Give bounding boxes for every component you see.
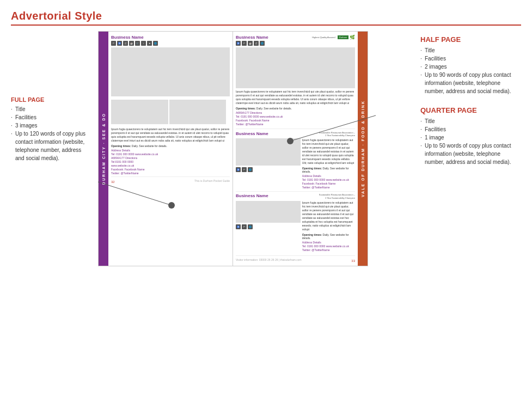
directions-full: A689/A177 Directions — [111, 156, 230, 160]
list-item: Title — [11, 105, 91, 113]
tel-q1: Tel: 0191 000 0000 www.website.co.uk — [302, 178, 355, 181]
main-image-full — [111, 47, 230, 96]
facilities-row-q1: ♿ P 🌐 — [236, 167, 301, 172]
orange-sidebar: VALE OF DURHAM · FOOD & DRINK — [358, 32, 368, 266]
opening-times-full: Opening times: Daily. See website for de… — [111, 144, 230, 148]
facility-icon: ♿ — [117, 41, 122, 46]
opening-times-q2: Opening times: Daily. See website for de… — [302, 233, 355, 240]
twitter-half: Twitter: @TwitterName — [236, 123, 355, 126]
quarter-2-cols: ♿ P 🌐 Ipsum fugia quaectorero te volupta… — [236, 199, 355, 252]
facility-icon: 🌐 — [248, 224, 253, 229]
page-left: DURHAM CITY · SEE & DO Business Name P ♿… — [98, 31, 233, 266]
pages-container: DURHAM CITY · SEE & DO Business Name P ♿… — [98, 31, 406, 266]
page-left-inner: DURHAM CITY · SEE & DO Business Name P ♿… — [99, 32, 233, 266]
facility-icon: P — [242, 41, 247, 46]
quarter-page-title: QUARTER PAGE — [420, 106, 521, 114]
facilities-row-q2: ♿ P 🌐 — [236, 224, 301, 229]
twitter-q2: Twitter: @TwitterName — [302, 248, 355, 252]
facility-icon: i — [141, 41, 146, 46]
body-text-half: Ipsum fugia quaectorero te voluptatem au… — [236, 90, 355, 105]
half-page-annotation: HALF PAGE Title Facilities 2 images Up t… — [420, 35, 521, 95]
list-item: 2 images — [420, 63, 521, 71]
list-item: Facilities — [420, 125, 521, 133]
page-left-content: Business Name P ♿ 🍴 ☕ 🛒 i ★ 🌐 — [108, 32, 233, 266]
address-q2: Address Details — [302, 241, 355, 244]
quarter-listing-2: Business Name Sustainable Restaurant Ass… — [236, 193, 355, 253]
page-right: Business Name Highest Quality Assured Du… — [233, 31, 368, 266]
facility-icon: ☕ — [248, 41, 253, 46]
list-item: Title — [420, 46, 521, 54]
quarter-listing-1: Business Name Sustainable Restaurant Ass… — [236, 131, 355, 192]
facebook-q1: Facebook: Facebook Name — [302, 182, 355, 185]
twitter-full: Twitter: @TwitterName — [111, 172, 230, 175]
left-annotation: FULL PAGE Title Facilities 3 images Up t… — [11, 31, 91, 266]
list-item: Up to 90 words of copy plus contact info… — [420, 71, 521, 95]
page-footer-left: 32 This is Durham Pocket Guide — [111, 176, 230, 184]
website-full: www.website.co.uk — [111, 164, 230, 167]
page-right-inner: Business Name Highest Quality Assured Du… — [233, 32, 368, 266]
facility-icon: P — [242, 224, 247, 229]
business-name-q2: Business Name — [236, 193, 268, 199]
page-right-content: Business Name Highest Quality Assured Du… — [233, 32, 358, 266]
tel2-full: Tel:0191 000 0000 — [111, 160, 230, 163]
quarter-1-text-col: Ipsum fugia quaectorero te voluptatem au… — [302, 137, 355, 190]
purple-sidebar: DURHAM CITY · SEE & DO — [99, 32, 108, 266]
address-q1: Address Details — [302, 174, 355, 178]
facility-icon: 🌐 — [260, 41, 265, 46]
facility-icon: ★ — [147, 41, 152, 46]
sidebar-text-left: DURHAM CITY · SEE & DO — [102, 113, 106, 185]
facility-icon: 🌐 — [248, 167, 253, 172]
quarter-2-text-col: Ipsum fugia quaectorero te voluptatem au… — [302, 199, 355, 252]
facility-icon: 🌐 — [153, 41, 158, 46]
half-page-image — [236, 47, 355, 88]
half-page-listing: Business Name Highest Quality Assured Du… — [236, 35, 355, 129]
quarter-2-header: Business Name Sustainable Restaurant Ass… — [236, 193, 355, 199]
facility-icon: 🍴 — [254, 41, 259, 46]
quality-label: Highest Quality Assured — [312, 36, 335, 39]
list-item: Title — [420, 117, 521, 125]
facility-icon: ♿ — [236, 167, 241, 172]
quarter-2-image — [236, 201, 301, 223]
page-number-left: 32 — [111, 180, 115, 184]
list-item: 1 image — [420, 133, 521, 142]
small-image-1 — [111, 100, 168, 124]
durham-badge: Durham — [338, 35, 348, 39]
facility-icon: 🍴 — [123, 41, 128, 46]
quarter-1-header: Business Name Sustainable Restaurant Ass… — [236, 131, 355, 137]
quarter-1-cols: ♿ P 🌐 Ipsum fugia quaectorero te volupta… — [236, 137, 355, 190]
right-annotation: HALF PAGE Title Facilities 2 images Up t… — [412, 31, 521, 266]
facilities-row-half: ♿ P ☕ 🍴 🌐 — [236, 41, 355, 46]
list-item: 3 images — [11, 121, 91, 130]
sidebar-text-right: VALE OF DURHAM · FOOD & DRINK — [361, 100, 365, 197]
facility-icon: P — [242, 167, 247, 172]
list-item: Facilities — [420, 54, 521, 63]
page-wrapper: Advertorial Style FULL PAGE Title Facili… — [0, 0, 532, 272]
quarter-2-image-col: ♿ P 🌐 — [236, 199, 301, 252]
half-page-title: HALF PAGE — [420, 35, 521, 44]
business-name-half: Business Name — [236, 35, 268, 40]
twitter-q1: Twitter: @TwitterName — [302, 186, 355, 189]
quarter-1-image — [236, 138, 301, 166]
business-name-q1: Business Name — [236, 131, 268, 137]
list-item: Facilities — [11, 113, 91, 121]
quarter-page-annotation: QUARTER PAGE Title Facilities 1 image Up… — [420, 106, 521, 166]
quarter-page-list: Title Facilities 1 image Up to 50 words … — [420, 117, 521, 166]
full-page-title: FULL PAGE — [11, 96, 91, 103]
header: Advertorial Style — [11, 10, 521, 26]
small-image-2 — [169, 100, 227, 124]
opening-times-q1: Opening times: Daily. See website for de… — [302, 167, 355, 173]
tel-half: Tel: 0191 000 0000 www.website.co.uk — [236, 115, 355, 118]
body-text-q2: Ipsum fugia quaectorero te voluptatem au… — [302, 201, 355, 231]
facility-icon: ♿ — [236, 41, 241, 46]
page-number-right: 33 — [351, 259, 355, 262]
sustainable-badge-2: Sustainable Restaurant Association – 2 S… — [319, 193, 355, 199]
address-full: Address Details — [111, 149, 230, 152]
quarter-1-image-col: ♿ P 🌐 — [236, 137, 301, 190]
header-divider — [11, 25, 521, 26]
images-row — [111, 98, 230, 126]
list-item: Up to 50 words of copy plus contact info… — [420, 142, 521, 166]
tel-q2: Tel: 0191 000 0000 www.website.co.uk — [302, 245, 355, 248]
facebook-half: Facebook: Facebook Name — [236, 119, 355, 122]
opening-times-half: Opening times: Daily. See website for de… — [236, 107, 355, 110]
main-content: FULL PAGE Title Facilities 3 images Up t… — [11, 31, 521, 266]
